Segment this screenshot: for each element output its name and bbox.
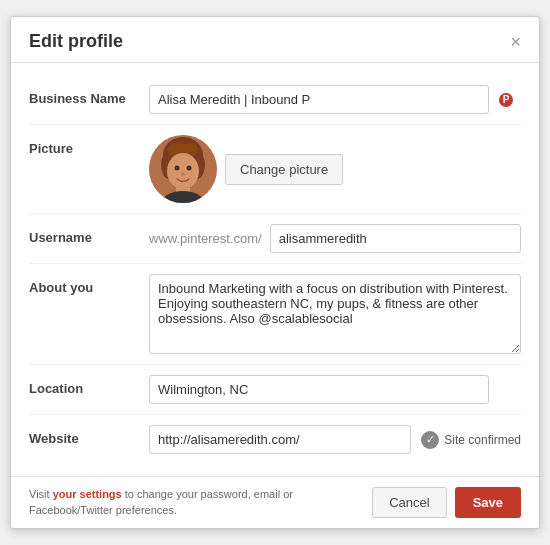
username-prefix: www.pinterest.com/ — [149, 231, 262, 246]
site-confirmed-badge: ✓ Site confirmed — [421, 431, 521, 449]
about-textarea[interactable] — [149, 274, 521, 354]
username-input[interactable] — [270, 224, 521, 253]
location-input[interactable] — [149, 375, 489, 404]
picture-row: Picture — [29, 125, 521, 214]
footer-note-prefix: Visit — [29, 488, 53, 500]
dialog-title: Edit profile — [29, 31, 123, 52]
pinterest-icon: P — [499, 93, 513, 107]
website-input[interactable] — [149, 425, 411, 454]
business-name-control: P — [149, 85, 521, 114]
svg-point-7 — [175, 166, 180, 171]
location-row: Location — [29, 365, 521, 415]
about-label: About you — [29, 274, 149, 295]
avatar — [149, 135, 217, 203]
dialog-footer: Visit your settings to change your passw… — [11, 476, 539, 528]
about-row: About you — [29, 264, 521, 365]
svg-point-6 — [167, 153, 199, 189]
footer-buttons: Cancel Save — [372, 487, 521, 518]
website-control: ✓ Site confirmed — [149, 425, 521, 454]
business-name-label: Business Name — [29, 85, 149, 106]
business-name-input[interactable] — [149, 85, 489, 114]
close-button[interactable]: × — [510, 33, 521, 51]
checkmark-icon: ✓ — [421, 431, 439, 449]
footer-note: Visit your settings to change your passw… — [29, 487, 329, 518]
website-row: Website ✓ Site confirmed — [29, 415, 521, 464]
username-label: Username — [29, 224, 149, 245]
site-confirmed-label: Site confirmed — [444, 433, 521, 447]
location-control — [149, 375, 521, 404]
change-picture-button[interactable]: Change picture — [225, 154, 343, 185]
svg-point-8 — [187, 166, 192, 171]
picture-control: Change picture — [149, 135, 521, 203]
dialog-header: Edit profile × — [11, 17, 539, 63]
website-label: Website — [29, 425, 149, 446]
cancel-button[interactable]: Cancel — [372, 487, 446, 518]
picture-label: Picture — [29, 135, 149, 156]
website-row-inner: ✓ Site confirmed — [149, 425, 521, 454]
business-name-row: Business Name P — [29, 75, 521, 125]
about-control — [149, 274, 521, 354]
dialog-body: Business Name P Picture — [11, 63, 539, 476]
edit-profile-dialog: Edit profile × Business Name P Picture — [10, 16, 540, 529]
svg-point-9 — [181, 173, 185, 176]
save-button[interactable]: Save — [455, 487, 521, 518]
username-row: Username www.pinterest.com/ — [29, 214, 521, 264]
location-label: Location — [29, 375, 149, 396]
username-control: www.pinterest.com/ — [149, 224, 521, 253]
settings-link[interactable]: your settings — [53, 488, 122, 500]
